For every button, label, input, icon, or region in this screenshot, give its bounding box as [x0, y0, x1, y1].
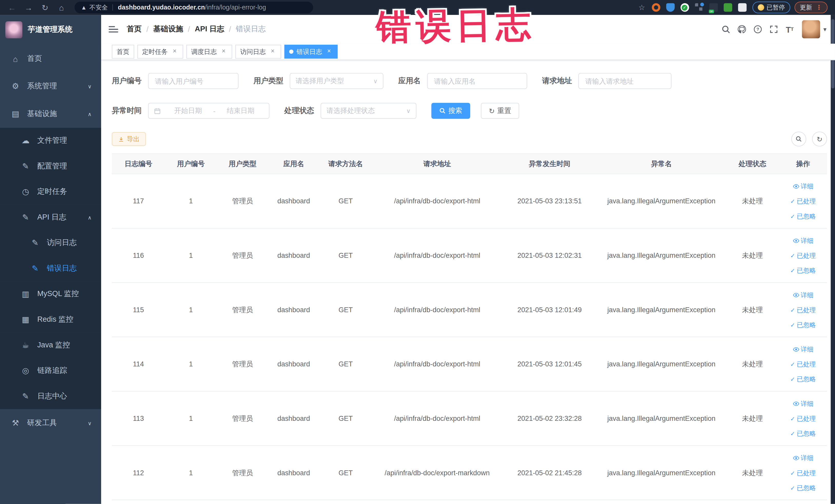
tab-访问日志[interactable]: 访问日志×: [236, 45, 281, 59]
action-详细[interactable]: 详细: [793, 233, 813, 248]
user-id-input[interactable]: [148, 73, 239, 89]
sidebar-item-基础设施[interactable]: ▤基础设施∧: [0, 100, 101, 128]
breadcrumb-item-基础设施[interactable]: 基础设施: [153, 24, 183, 34]
cell-url: /api/infra/db-doc/export-markdown: [372, 469, 502, 477]
back-icon[interactable]: ←: [7, 3, 16, 12]
fullscreen-icon[interactable]: [766, 21, 781, 37]
github-icon[interactable]: [734, 21, 750, 37]
sidebar-item-访问日志[interactable]: ✎访问日志: [0, 230, 101, 256]
search-icon[interactable]: [718, 21, 734, 37]
action-已处理[interactable]: ✓已处理: [790, 411, 816, 426]
tab-错误日志[interactable]: 错误日志×: [284, 45, 338, 59]
page-scrollbar[interactable]: [831, 15, 835, 504]
action-已忽略[interactable]: ✓已忽略: [790, 317, 816, 332]
avatar[interactable]: [802, 20, 820, 39]
column-header-请求地址: 请求地址: [372, 159, 502, 168]
select-placeholder: 请选择用户类型: [296, 76, 373, 86]
user-type-select[interactable]: 请选择用户类型 ∨: [290, 73, 384, 89]
sidebar-item-研发工具[interactable]: ⚒研发工具∨: [0, 409, 101, 437]
process-status-select[interactable]: 请选择处理状态 ∨: [321, 103, 416, 119]
search-button[interactable]: 搜索: [431, 103, 470, 119]
home-icon[interactable]: ⌂: [57, 3, 66, 12]
action-详细[interactable]: 详细: [793, 450, 813, 465]
tab-调度日志[interactable]: 调度日志×: [186, 45, 232, 59]
breadcrumb-separator: /: [188, 25, 190, 34]
close-tab-icon[interactable]: ×: [171, 48, 178, 56]
action-已忽略[interactable]: ✓已忽略: [790, 371, 816, 386]
sidebar-item-label: 配置管理: [37, 161, 67, 171]
sidebar-item-系统管理[interactable]: ⚙系统管理∨: [0, 73, 101, 100]
check-icon: ✓: [790, 263, 795, 278]
start-date-placeholder: 开始日期: [165, 106, 211, 116]
date-range-picker[interactable]: 开始日期 - 结束日期: [148, 103, 269, 119]
cell-exception: java.lang.IllegalArgumentException: [597, 360, 726, 368]
export-button[interactable]: 导出: [112, 132, 146, 146]
menu-dots-icon[interactable]: ⋮: [816, 4, 822, 11]
sidebar-item-文件管理[interactable]: ☁文件管理: [0, 128, 101, 154]
action-已忽略[interactable]: ✓已忽略: [790, 208, 816, 223]
breadcrumb-item-API 日志[interactable]: API 日志: [195, 24, 224, 34]
request-url-input[interactable]: [578, 73, 672, 89]
action-已处理[interactable]: ✓已处理: [790, 194, 816, 208]
action-详细[interactable]: 详细: [793, 179, 813, 194]
sidebar-item-首页[interactable]: ⌂首页: [0, 45, 101, 73]
reload-icon[interactable]: ↻: [41, 3, 49, 12]
sidebar-item-错误日志[interactable]: ✎错误日志: [0, 256, 101, 281]
tab-定时任务[interactable]: 定时任务×: [137, 45, 183, 59]
close-tab-icon[interactable]: ×: [220, 48, 227, 56]
extension-icon[interactable]: [724, 3, 732, 12]
action-已忽略[interactable]: ✓已忽略: [790, 480, 816, 495]
reset-button[interactable]: ↻ 重置: [481, 103, 519, 119]
cell-app: dashboard: [268, 360, 319, 368]
question-icon[interactable]: ?: [750, 21, 766, 37]
address-bar[interactable]: ▲ 不安全 dashboard.yudao.iocoder.cn/infra/l…: [75, 2, 313, 13]
action-已处理[interactable]: ✓已处理: [790, 302, 816, 317]
font-size-icon[interactable]: TT: [782, 21, 798, 37]
close-tab-icon[interactable]: ×: [325, 48, 333, 56]
sidebar-item-Redis 监控[interactable]: ▦Redis 监控: [0, 307, 101, 332]
action-已忽略[interactable]: ✓已忽略: [790, 426, 816, 441]
extension-icon[interactable]: [651, 3, 660, 12]
action-详细[interactable]: 详细: [793, 396, 813, 411]
cell-app: dashboard: [268, 251, 319, 259]
collapse-sidebar-icon[interactable]: [108, 24, 118, 34]
sidebar-item-定时任务[interactable]: ◷定时任务: [0, 179, 101, 205]
action-已处理[interactable]: ✓已处理: [790, 248, 816, 263]
filter-request-url: 请求地址: [542, 73, 672, 89]
app-name-input[interactable]: [427, 73, 527, 89]
extension-icon[interactable]: on: [709, 3, 717, 12]
tab-首页[interactable]: 首页: [112, 45, 134, 59]
close-tab-icon[interactable]: ×: [269, 48, 277, 56]
action-已处理[interactable]: ✓已处理: [790, 357, 816, 371]
sidebar-item-Java 监控[interactable]: ☕Java 监控: [0, 332, 101, 358]
sidebar-item-配置管理[interactable]: ✎配置管理: [0, 153, 101, 179]
extension-icon[interactable]: ✓: [680, 3, 689, 12]
extension-icon[interactable]: [666, 3, 674, 12]
cell-id: 116: [112, 251, 165, 259]
action-已忽略[interactable]: ✓已忽略: [790, 263, 816, 278]
sidebar-item-API 日志[interactable]: ✎API 日志∧: [0, 205, 101, 230]
cell-status: 未处理: [726, 250, 779, 260]
bookmark-star-icon[interactable]: ☆: [638, 3, 645, 12]
refresh-icon[interactable]: ↻: [812, 132, 827, 146]
sidebar-item-链路追踪[interactable]: ◎链路追踪: [0, 358, 101, 384]
action-已处理[interactable]: ✓已处理: [790, 465, 816, 480]
action-详细[interactable]: 详细: [793, 287, 813, 302]
action-label: 详细: [801, 287, 813, 302]
check-icon: ✓: [790, 371, 795, 386]
action-label: 已处理: [797, 194, 816, 208]
action-label: 已忽略: [797, 426, 816, 441]
column-header-异常发生时间: 异常发生时间: [502, 159, 597, 168]
chrome-update-button[interactable]: 更新 ⋮: [794, 2, 828, 13]
extensions-puzzle-icon[interactable]: [738, 3, 746, 12]
sidebar-item-MySQL 监控[interactable]: ▥MySQL 监控: [0, 281, 101, 307]
sidebar-item-日志中心[interactable]: ✎日志中心: [0, 384, 101, 409]
extension-icon[interactable]: [695, 3, 703, 12]
forward-icon[interactable]: →: [24, 3, 33, 12]
action-详细[interactable]: 详细: [793, 342, 813, 357]
toggle-search-icon[interactable]: [791, 132, 806, 146]
chevron-down-icon[interactable]: ▼: [822, 26, 828, 32]
breadcrumb-item-首页[interactable]: 首页: [127, 24, 142, 34]
sidebar-logo[interactable]: 芋道管理系统: [0, 15, 101, 45]
profile-paused-badge[interactable]: 已暂停: [752, 2, 790, 13]
